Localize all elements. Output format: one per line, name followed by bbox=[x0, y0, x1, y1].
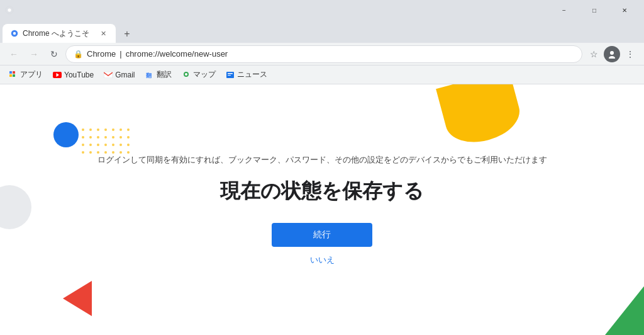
bookmark-maps-label: マップ bbox=[193, 69, 216, 80]
svg-rect-9 bbox=[13, 74, 15, 77]
subtitle-text: ログインして同期を有効にすれば、ブックマーク、パスワード、その他の設定をどのデバ… bbox=[97, 154, 547, 166]
svg-text:翻: 翻 bbox=[145, 72, 152, 79]
profile-button[interactable] bbox=[604, 46, 620, 62]
no-link[interactable]: いいえ bbox=[97, 254, 547, 266]
translate-icon: 翻 bbox=[145, 71, 154, 79]
bookmark-gmail[interactable]: Gmail bbox=[100, 69, 138, 81]
menu-button[interactable]: ⋮ bbox=[621, 45, 639, 63]
svg-point-4 bbox=[610, 51, 614, 55]
gmail-icon bbox=[104, 72, 113, 78]
maps-icon bbox=[182, 71, 191, 79]
address-chrome-label: Chrome bbox=[87, 49, 116, 59]
toolbar: ← → ↻ 🔒 Chrome | chrome://welcome/new-us… bbox=[0, 43, 644, 65]
bookmark-news[interactable]: ニュース bbox=[222, 68, 271, 81]
youtube-icon bbox=[53, 72, 62, 78]
bookmark-youtube[interactable]: YouTube bbox=[49, 69, 97, 81]
chrome-logo-icon bbox=[5, 6, 14, 14]
toolbar-right: ☆ ⋮ bbox=[585, 45, 639, 63]
bookmark-translate-label: 翻訳 bbox=[157, 69, 172, 80]
news-icon bbox=[226, 71, 235, 79]
address-bar[interactable]: 🔒 Chrome | chrome://welcome/new-user bbox=[65, 45, 582, 63]
gray-circle-decoration bbox=[0, 185, 31, 229]
tab-favicon-icon bbox=[10, 29, 19, 38]
tab-bar: Chrome へようこそ ✕ + bbox=[0, 20, 644, 43]
dots-decoration bbox=[82, 128, 132, 156]
main-title: 現在の状態を保存する bbox=[97, 178, 547, 205]
address-url: chrome://welcome/new-user bbox=[126, 49, 228, 59]
active-tab[interactable]: Chrome へようこそ ✕ bbox=[3, 24, 116, 43]
main-content: ログインして同期を有効にすれば、ブックマーク、パスワード、その他の設定をどのデバ… bbox=[97, 154, 547, 266]
star-button[interactable]: ☆ bbox=[585, 45, 602, 63]
svg-rect-8 bbox=[9, 74, 12, 77]
yellow-blob-decoration bbox=[436, 84, 525, 150]
svg-rect-6 bbox=[9, 71, 12, 74]
page-content: ログインして同期を有効にすれば、ブックマーク、パスワード、その他の設定をどのデバ… bbox=[0, 84, 644, 335]
address-separator: | bbox=[119, 49, 121, 59]
profile-icon bbox=[608, 50, 616, 59]
svg-rect-12 bbox=[104, 72, 113, 78]
new-tab-button[interactable]: + bbox=[118, 25, 136, 43]
tab-label: Chrome へようこそ bbox=[23, 28, 89, 39]
bookmark-translate[interactable]: 翻 翻訳 bbox=[142, 68, 175, 81]
svg-point-3 bbox=[13, 32, 16, 35]
lock-icon: 🔒 bbox=[74, 50, 83, 59]
svg-rect-7 bbox=[13, 71, 15, 74]
bookmark-news-label: ニュース bbox=[237, 69, 267, 80]
bookmark-maps[interactable]: マップ bbox=[178, 68, 219, 81]
green-triangle-decoration bbox=[600, 278, 644, 335]
apps-icon bbox=[9, 71, 18, 79]
close-button[interactable]: ✕ bbox=[610, 0, 639, 20]
bookmark-gmail-label: Gmail bbox=[115, 71, 135, 79]
red-triangle-decoration bbox=[63, 281, 92, 316]
title-bar: − □ ✕ bbox=[0, 0, 644, 20]
svg-point-1 bbox=[8, 8, 11, 11]
restore-button[interactable]: □ bbox=[580, 0, 609, 20]
continue-button[interactable]: 続行 bbox=[272, 223, 372, 247]
blue-circle-decoration bbox=[53, 122, 79, 147]
minimize-button[interactable]: − bbox=[550, 0, 579, 20]
svg-rect-17 bbox=[228, 73, 233, 74]
bookmark-apps-label: アプリ bbox=[20, 69, 43, 80]
back-button[interactable]: ← bbox=[5, 45, 23, 63]
svg-point-5 bbox=[609, 56, 615, 59]
svg-rect-18 bbox=[228, 75, 231, 76]
forward-button[interactable]: → bbox=[25, 45, 43, 63]
tab-close-button[interactable]: ✕ bbox=[98, 28, 108, 38]
svg-point-15 bbox=[185, 73, 187, 76]
window-controls: − □ ✕ bbox=[550, 0, 639, 20]
bookmark-youtube-label: YouTube bbox=[64, 71, 94, 79]
bookmark-apps[interactable]: アプリ bbox=[5, 68, 47, 81]
bookmarks-bar: アプリ YouTube Gmail 翻 翻訳 マップ ニュース bbox=[0, 65, 644, 84]
reload-button[interactable]: ↻ bbox=[45, 45, 63, 63]
